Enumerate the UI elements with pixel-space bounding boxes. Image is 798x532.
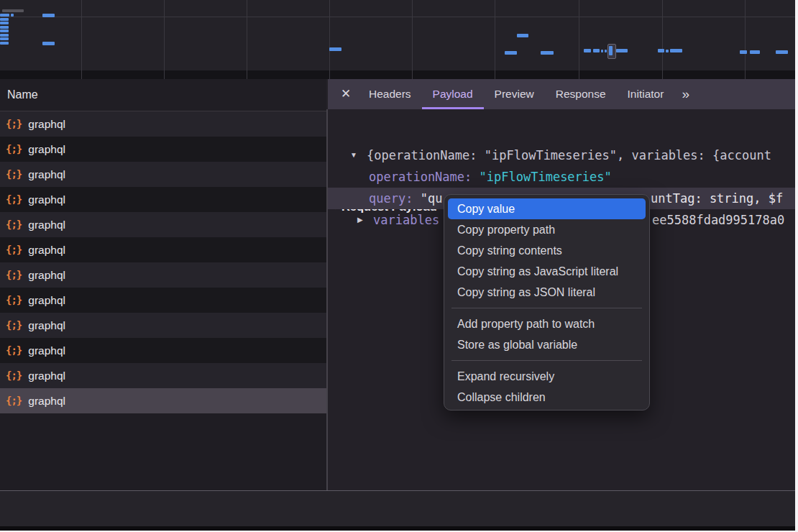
overview-hover-marker-bar [609,46,613,55]
overview-gridline [247,0,247,79]
request-name-label: graphql [28,338,65,363]
network-request-row[interactable]: {;}graphql [0,262,326,288]
json-braces-icon: {;} [6,187,22,212]
menu-item-copy-string-as-javascript-literal[interactable]: Copy string as JavaScript literal [448,261,646,282]
tab-initiator[interactable]: Initiator [617,79,675,109]
overview-request-bar [0,34,9,37]
overview-request-bar [666,50,669,52]
menu-item-store-as-global-variable[interactable]: Store as global variable [448,334,646,355]
payload-operation-row[interactable]: operationName: "ipFlowTimeseries" [328,166,795,188]
json-braces-icon: {;} [6,237,22,262]
overview-request-bar [740,50,747,54]
operation-name-key: operationName: [369,170,472,184]
overview-gridline [329,0,330,79]
overview-gridline [81,0,82,79]
close-icon[interactable]: ✕ [334,79,358,109]
network-request-list-panel: Name {;}graphql{;}graphql{;}graphql{;}gr… [0,79,326,528]
name-column-label: Name [0,88,38,101]
network-request-row[interactable]: {;}graphql [0,237,326,262]
tabs-container: HeadersPayloadPreviewResponseInitiator [358,79,674,109]
overview-request-bar [0,14,9,17]
menu-item-copy-property-path[interactable]: Copy property path [448,219,646,240]
overview-gridline [579,0,579,79]
overview-request-bar [42,42,55,45]
menu-item-copy-string-as-json-literal[interactable]: Copy string as JSON literal [448,282,646,303]
menu-divider [451,308,642,308]
collapsed-triangle-icon[interactable]: ▶ [357,209,363,231]
overview-request-bar [601,50,603,52]
menu-item-copy-string-contents[interactable]: Copy string contents [448,240,646,261]
overview-request-bar [0,42,9,45]
json-braces-icon: {;} [6,137,22,162]
overview-gridline [745,0,746,79]
json-braces-icon: {;} [6,111,22,137]
query-value-fragment: untTag: string, $f [651,188,783,209]
menu-item-copy-value[interactable]: Copy value [448,198,646,219]
right-page-edge [795,0,798,532]
request-name-label: graphql [28,288,65,313]
menu-item-add-property-path-to-watch[interactable]: Add property path to watch [448,313,646,334]
status-footer [0,491,798,526]
overview-request-bar [42,14,55,17]
query-value-start: "qu [421,191,443,206]
json-braces-icon: {;} [6,288,22,313]
more-tabs-chevron-icon[interactable]: » [674,79,695,109]
menu-item-expand-recursively[interactable]: Expand recursively [448,366,646,387]
json-braces-icon: {;} [6,388,22,413]
overview-request-bar [605,50,607,52]
request-name-label: graphql [28,363,65,388]
request-name-label: graphql [28,137,65,162]
overview-hover-marker [607,44,616,59]
panel-splitter[interactable] [326,109,328,528]
network-request-row[interactable]: {;}graphql [0,111,326,137]
overview-request-bar [776,50,788,54]
overview-request-bar [750,50,760,54]
payload-preview-row[interactable]: ▼ {operationName: "ipFlowTimeseries", va… [328,145,795,166]
menu-item-collapse-children[interactable]: Collapse children [448,387,646,408]
overview-request-bar [329,47,341,51]
tab-payload[interactable]: Payload [422,79,484,109]
tab-headers[interactable]: Headers [358,79,422,109]
network-request-row[interactable]: {;}graphql [0,187,326,212]
network-request-row[interactable]: {;}graphql [0,313,326,338]
overview-gridline [164,0,165,79]
tab-response[interactable]: Response [545,79,617,109]
network-request-row[interactable]: {;}graphql [0,162,326,187]
json-braces-icon: {;} [6,162,22,187]
network-request-row[interactable]: {;}graphql [0,212,326,237]
request-name-label: graphql [28,237,65,262]
variables-key: variables [373,209,439,231]
query-key: query: [369,191,413,206]
network-overview-timeline[interactable] [0,0,798,79]
network-request-row[interactable]: {;}graphql [0,338,326,363]
overview-request-bar [593,49,600,52]
overview-gridline [662,0,663,79]
name-column-header[interactable]: Name [0,79,326,111]
overview-request-bar [0,18,9,21]
request-name-label: graphql [28,313,65,338]
network-rows: {;}graphql{;}graphql{;}graphql{;}graphql… [0,111,326,413]
overview-request-bar [616,49,628,52]
overview-gridline [412,0,413,79]
overview-gray-bar [2,9,24,12]
network-request-row[interactable]: {;}graphql [0,363,326,388]
network-request-row[interactable]: {;}graphql [0,388,326,413]
request-name-label: graphql [28,111,65,137]
overview-request-bar [670,49,682,52]
variables-value-fragment: ee5588fdad995178a0 [652,209,784,231]
operation-name-value: "ipFlowTimeseries" [480,170,612,184]
request-name-label: graphql [28,187,65,212]
network-request-row[interactable]: {;}graphql [0,288,326,313]
menu-divider [451,360,642,361]
overview-request-bar [517,34,528,37]
json-braces-icon: {;} [6,363,22,388]
overview-request-bar [11,14,14,17]
json-braces-icon: {;} [6,212,22,237]
request-name-label: graphql [28,262,65,288]
detail-tabbar: ✕ HeadersPayloadPreviewResponseInitiator… [328,79,795,109]
overview-request-bar [658,49,664,52]
expanded-triangle-icon[interactable]: ▼ [350,145,357,166]
overview-horizontal-divider [0,17,798,17]
network-request-row[interactable]: {;}graphql [0,137,326,162]
tab-preview[interactable]: Preview [484,79,545,109]
